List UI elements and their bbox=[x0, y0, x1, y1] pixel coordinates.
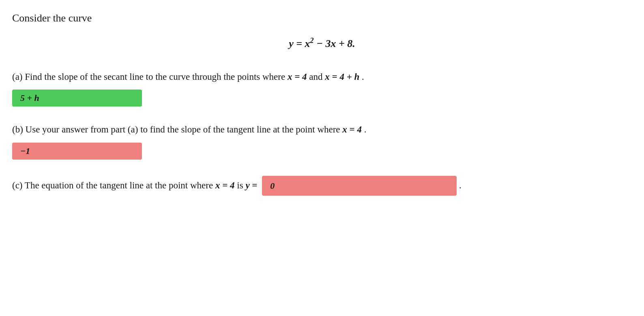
part-c-connector: is bbox=[235, 179, 246, 193]
part-a-suffix: . bbox=[362, 72, 364, 82]
part-b-suffix: . bbox=[364, 124, 367, 135]
eq-x2: x2 bbox=[305, 38, 314, 49]
part-a-math1: x = 4 bbox=[288, 72, 307, 82]
part-b-prefix: (b) Use your answer from part (a) to fin… bbox=[12, 124, 342, 135]
part-a-math2: x = 4 + h bbox=[325, 72, 359, 82]
part-b-question: (b) Use your answer from part (a) to fin… bbox=[12, 123, 632, 137]
eq-equals: = bbox=[296, 38, 305, 49]
part-c-suffix: . bbox=[457, 179, 462, 193]
part-a-answer-box[interactable]: 5 + h bbox=[12, 90, 142, 107]
part-c-prefix: (c) The equation of the tangent line at … bbox=[12, 179, 215, 193]
eq-minus3x: − 3x bbox=[316, 38, 336, 49]
part-c-math2: y = bbox=[245, 179, 260, 193]
part-c-answer-box[interactable]: 0 bbox=[262, 176, 457, 196]
equation-text: y = x2 − 3x + 8. bbox=[289, 38, 355, 49]
part-a-question: (a) Find the slope of the secant line to… bbox=[12, 70, 632, 84]
eq-plus8: + 8. bbox=[339, 38, 355, 49]
part-c-section: (c) The equation of the tangent line at … bbox=[12, 176, 632, 196]
part-c-question: (c) The equation of the tangent line at … bbox=[12, 176, 632, 196]
main-equation: y = x2 − 3x + 8. bbox=[12, 36, 632, 50]
part-b-section: (b) Use your answer from part (a) to fin… bbox=[12, 123, 632, 160]
part-a-connector: and bbox=[309, 72, 325, 82]
part-a-section: (a) Find the slope of the secant line to… bbox=[12, 70, 632, 107]
part-b-answer: −1 bbox=[20, 146, 30, 156]
part-b-answer-box[interactable]: −1 bbox=[12, 143, 142, 160]
eq-y: y bbox=[289, 38, 294, 49]
part-b-math: x = 4 bbox=[342, 124, 362, 135]
part-c-answer: 0 bbox=[270, 181, 275, 191]
part-a-answer: 5 + h bbox=[20, 93, 39, 103]
page-title: Consider the curve bbox=[12, 12, 632, 24]
part-c-math1: x = 4 bbox=[215, 179, 235, 193]
part-a-prefix: (a) Find the slope of the secant line to… bbox=[12, 72, 288, 82]
